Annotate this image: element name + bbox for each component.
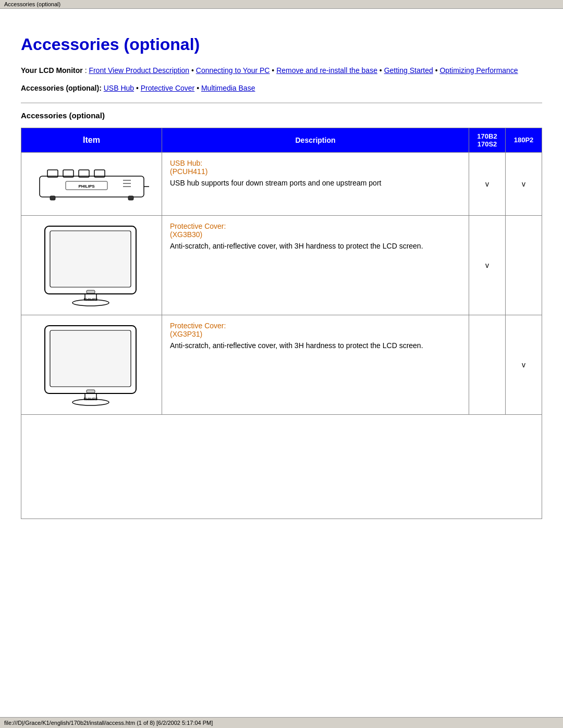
item-image-cover-b30: PHILIPS (21, 215, 162, 315)
product-name-usb-hub: USB Hub: (PCUH411) (170, 159, 461, 176)
nav-link-connecting[interactable]: Connecting to Your PC (196, 66, 270, 75)
col-header-description: Description (162, 128, 469, 152)
accessories-table: Item Description 170B2170S2 180P2 (21, 128, 542, 519)
table-row: PHILIPS USB Hub: (PCUH411) USB hub suppo… (21, 152, 542, 215)
svg-rect-12 (128, 196, 133, 200)
check-170-cover-b30: v (469, 215, 506, 315)
nav-link-optimizing[interactable]: Optimizing Performance (439, 66, 518, 75)
check-170-cover-p31 (469, 315, 506, 414)
col-header-170b2: 170B2170S2 (469, 128, 506, 152)
table-row: PHILIPS Protective Cover: (XG3P31) Anti-… (21, 315, 542, 414)
empty-cell (21, 414, 542, 519)
monitor-drawing-b30: PHILIPS (40, 224, 144, 307)
svg-rect-18 (87, 290, 95, 293)
check-180-cover-b30 (506, 215, 542, 315)
nav-link-front-view[interactable]: Front View Product Description (89, 66, 189, 75)
product-desc-cover-b30: Anti-scratch, anti-reflective cover, wit… (170, 241, 461, 252)
nav-your-lcd: Your LCD Monitor : Front View Product De… (21, 65, 542, 77)
browser-title: Accessories (optional) (4, 1, 60, 7)
monitor-drawing-p31: PHILIPS (40, 323, 144, 406)
product-desc-cover-p31: Anti-scratch, anti-reflective cover, wit… (170, 340, 461, 351)
product-desc-usb-hub: USB hub supports four down stream ports … (170, 178, 461, 189)
check-170-usb-hub: v (469, 152, 506, 215)
product-name-cover-b30: Protective Cover: (XG3B30) (170, 222, 461, 239)
page-title: Accessories (optional) (21, 35, 542, 54)
nav-link-protective-cover[interactable]: Protective Cover (141, 84, 194, 92)
svg-text:PHILIPS: PHILIPS (83, 298, 97, 301)
svg-rect-11 (50, 196, 55, 200)
accessories-nav-label: Accessories (optional): (21, 84, 102, 92)
col-header-item: Item (21, 128, 162, 152)
nav-accessories: Accessories (optional): USB Hub • Protec… (21, 82, 542, 95)
divider (21, 103, 542, 103)
section-heading: Accessories (optional) (21, 111, 542, 120)
table-row-empty (21, 414, 542, 519)
item-image-cover-p31: PHILIPS (21, 315, 162, 414)
check-180-cover-p31: v (506, 315, 542, 414)
item-description-cover-b30: Protective Cover: (XG3B30) Anti-scratch,… (162, 215, 469, 315)
col-header-180p2: 180P2 (506, 128, 542, 152)
product-name-cover-p31: Protective Cover: (XG3P31) (170, 322, 461, 338)
browser-title-bar: Accessories (optional) (0, 0, 563, 9)
table-header-row: Item Description 170B2170S2 180P2 (21, 128, 542, 152)
item-image-usb-hub: PHILIPS (21, 152, 162, 215)
item-description-usb-hub: USB Hub: (PCUH411) USB hub supports four… (162, 152, 469, 215)
nav-link-multimedia-base[interactable]: Multimedia Base (201, 84, 255, 92)
check-180-usb-hub: v (506, 152, 542, 215)
nav-link-remove[interactable]: Remove and re-install the base (276, 66, 377, 75)
usb-hub-drawing: PHILIPS (34, 161, 149, 207)
item-description-cover-p31: Protective Cover: (XG3P31) Anti-scratch,… (162, 315, 469, 414)
svg-rect-22 (51, 331, 130, 386)
nav-link-getting-started[interactable]: Getting Started (384, 66, 433, 75)
table-row: PHILIPS Protective Cover: (XG3B30) Anti-… (21, 215, 542, 315)
svg-rect-25 (87, 390, 95, 393)
your-lcd-label: Your LCD Monitor (21, 66, 83, 75)
page-content: Accessories (optional) Your LCD Monitor … (0, 9, 563, 540)
svg-text:PHILIPS: PHILIPS (78, 184, 95, 189)
svg-text:PHILIPS: PHILIPS (83, 397, 97, 401)
svg-rect-15 (51, 232, 130, 286)
nav-link-usb-hub[interactable]: USB Hub (104, 84, 134, 92)
